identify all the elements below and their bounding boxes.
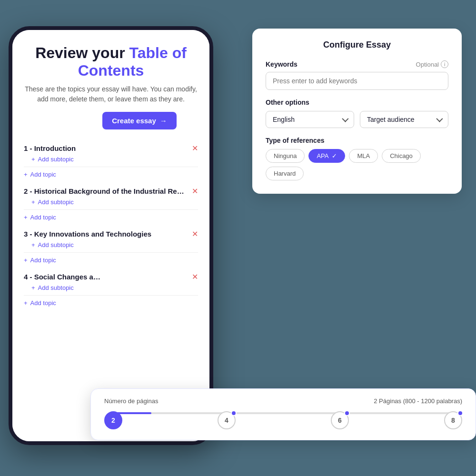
dropdowns-row: English Target audience [266,111,448,128]
plus-icon: + [31,284,35,291]
chevron-down-icon [342,116,348,122]
add-topic-button[interactable]: + Add topic [24,167,198,182]
topic-item: 1 - Introduction ✕ + Add subtopic [24,139,198,167]
dot-indicator [231,410,237,416]
other-options-label: Other options [266,99,448,106]
keywords-input[interactable] [266,72,448,90]
add-subtopic-button[interactable]: + Add subtopic [24,153,198,164]
remove-topic-icon[interactable]: ✕ [192,187,198,196]
references-chips-row: Ninguna APA ✓ MLA Chicago Harvard [266,149,448,180]
phone-header: Review your Table of Contents These are … [24,44,198,129]
topic-title: 1 - Introduction [24,144,76,152]
dot-value: 4 [225,416,228,424]
remove-topic-icon[interactable]: ✕ [192,144,198,153]
configure-title: Configure Essay [266,40,448,50]
create-essay-button[interactable]: Create essay → [102,112,177,129]
add-topic-button[interactable]: + Add topic [24,253,198,268]
dot-indicator [457,410,463,416]
slider-track[interactable] [110,412,456,414]
topic-list: 1 - Introduction ✕ + Add subtopic + Add … [24,139,198,310]
phone-title-static: Review your [35,44,129,61]
info-icon: i [441,60,448,68]
language-dropdown[interactable]: English [266,111,354,128]
pages-header: Número de páginas 2 Páginas (800 - 1200 … [104,397,462,405]
references-label: Type of references [266,137,448,144]
add-subtopic-button[interactable]: + Add subtopic [24,196,198,207]
ref-chip-harvard[interactable]: Harvard [266,167,304,180]
optional-label: Optional i [416,60,448,68]
configure-essay-panel: Configure Essay Keywords Optional i Othe… [252,29,462,194]
slider-dot-2: 2 [104,411,122,429]
topic-title: 4 - Social Changes a… [24,273,100,281]
slider-dot-6: 6 [331,411,349,429]
slider-dot-8: 8 [444,411,462,429]
add-topic-button[interactable]: + Add topic [24,210,198,225]
pages-label: Número de páginas [104,397,158,405]
dot-circle-8[interactable]: 8 [444,411,462,429]
ref-chip-chicago[interactable]: Chicago [382,149,421,163]
dot-circle-6[interactable]: 6 [331,411,349,429]
remove-topic-icon[interactable]: ✕ [192,229,198,238]
dot-indicator [344,410,350,416]
topic-item: 2 - Historical Background of the Industr… [24,182,198,210]
plus-icon: + [24,257,28,264]
check-icon: ✓ [332,152,337,159]
plus-icon: + [24,171,28,178]
keywords-field-label: Keywords Optional i [266,60,448,68]
topic-item: 3 - Key Innovations and Technologies ✕ +… [24,225,198,253]
add-subtopic-button[interactable]: + Add subtopic [24,238,198,249]
plus-icon: + [31,156,35,163]
remove-topic-icon[interactable]: ✕ [192,272,198,281]
phone-title: Review your Table of Contents [24,44,198,79]
phone-subtitle: These are the topics your essay will hav… [24,84,198,104]
dot-value: 8 [451,416,455,424]
pages-info: 2 Páginas (800 - 1200 palabras) [374,397,462,405]
dot-value: 6 [338,416,342,424]
plus-icon: + [31,198,35,206]
plus-icon: + [31,241,35,248]
dot-value: 2 [111,416,115,424]
ref-chip-ninguna[interactable]: Ninguna [266,149,305,163]
plus-icon: + [24,214,28,221]
plus-icon: + [24,299,28,307]
target-audience-dropdown[interactable]: Target audience [360,111,448,128]
ref-chip-mla[interactable]: MLA [349,149,378,163]
add-topic-button[interactable]: + Add topic [24,296,198,310]
arrow-right-icon: → [160,117,167,125]
topic-title: 2 - Historical Background of the Industr… [24,187,184,195]
topic-item: 4 - Social Changes a… ✕ + Add subtopic [24,268,198,296]
dot-circle-2[interactable]: 2 [104,411,122,429]
topic-title: 3 - Key Innovations and Technologies [24,230,151,238]
phone-mockup: Review your Table of Contents These are … [9,26,213,445]
ref-chip-apa[interactable]: APA ✓ [308,149,345,163]
chevron-down-icon [436,116,443,122]
dot-circle-4[interactable]: 4 [218,411,236,429]
slider-dot-4: 4 [218,411,236,429]
pages-panel: Número de páginas 2 Páginas (800 - 1200 … [90,388,476,440]
add-subtopic-button[interactable]: + Add subtopic [24,281,198,292]
